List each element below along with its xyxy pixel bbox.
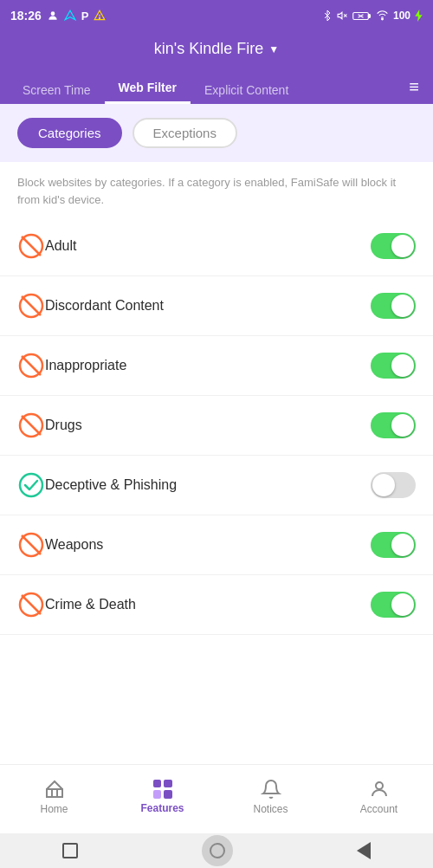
bottom-nav-account[interactable]: Account	[325, 779, 433, 820]
svg-line-18	[22, 356, 41, 375]
category-name-weapons: Weapons	[45, 537, 371, 553]
toggle-drugs[interactable]	[371, 412, 416, 438]
svg-line-25	[22, 595, 41, 614]
tab-web-filter[interactable]: Web Filter	[105, 74, 191, 104]
navigation-icon	[64, 10, 76, 22]
svg-line-16	[22, 296, 41, 315]
account-icon	[369, 779, 390, 800]
svg-marker-12	[415, 10, 422, 22]
block-icon-weapons	[17, 531, 45, 559]
toggle-crime[interactable]	[371, 592, 416, 618]
toggle-knob-drugs	[391, 414, 414, 437]
bottom-nav-account-label: Account	[360, 803, 397, 815]
header-title: kin's Kindle Fire ▼	[0, 40, 433, 58]
android-recents-button[interactable]	[62, 843, 78, 858]
category-item-crime: Crime & Death	[0, 575, 433, 635]
toggle-weapons[interactable]	[371, 532, 416, 558]
category-item-drugs: Drugs	[0, 396, 433, 456]
svg-point-27	[376, 782, 383, 789]
category-name-inappropriate: Inappropriate	[45, 358, 371, 373]
features-icon-cell-1	[153, 780, 162, 788]
android-home-button-inner	[210, 843, 225, 858]
toggle-knob-crime	[391, 593, 414, 616]
warning-icon	[94, 10, 106, 22]
tab-screen-time[interactable]: Screen Time	[9, 76, 105, 104]
toggle-inappropriate[interactable]	[371, 353, 416, 379]
bottom-nav-home[interactable]: Home	[0, 779, 108, 820]
category-item-inappropriate: Inappropriate	[0, 336, 433, 396]
bell-icon	[261, 779, 281, 800]
status-time: 18:26	[10, 9, 42, 23]
nav-tabs: Screen Time Web Filter Explicit Content …	[0, 70, 433, 104]
svg-rect-8	[368, 14, 370, 17]
android-back-button[interactable]	[357, 842, 371, 859]
check-icon-deceptive	[17, 471, 45, 499]
wifi-icon	[376, 10, 389, 22]
toggle-knob-weapons	[391, 534, 414, 556]
features-icon	[153, 780, 172, 799]
header: kin's Kindle Fire ▼ Screen Time Web Filt…	[0, 31, 433, 104]
category-name-adult: Adult	[45, 238, 371, 254]
toggle-knob-deceptive	[372, 474, 395, 496]
filter-tab-categories[interactable]: Categories	[17, 118, 122, 148]
category-item-deceptive: Deceptive & Phishing	[0, 456, 433, 515]
status-bar: 18:26 P 100	[0, 0, 433, 31]
battery-level: 100	[393, 10, 410, 22]
block-icon-drugs	[17, 411, 45, 439]
home-icon	[44, 779, 65, 800]
svg-point-11	[382, 18, 384, 20]
svg-marker-1	[65, 10, 75, 20]
tab-explicit-content[interactable]: Explicit Content	[191, 76, 302, 104]
svg-rect-26	[47, 789, 62, 797]
toggle-adult[interactable]	[371, 233, 416, 259]
person-icon	[47, 10, 59, 22]
battery-x-icon	[352, 10, 372, 22]
block-icon-crime	[17, 591, 45, 619]
category-name-crime: Crime & Death	[45, 597, 371, 612]
features-icon-cell-3	[153, 790, 162, 799]
status-icons: 100	[322, 10, 423, 22]
android-home-bar	[0, 833, 433, 868]
svg-line-14	[22, 236, 41, 256]
description-text: Block websites by categories. If a categ…	[0, 162, 433, 217]
svg-point-3	[100, 17, 100, 18]
toggle-knob-inappropriate	[391, 354, 414, 377]
filter-tabs: Categories Exceptions	[0, 104, 433, 162]
status-time-area: 18:26 P	[10, 9, 106, 23]
filter-tab-exceptions[interactable]: Exceptions	[132, 118, 237, 148]
dropdown-arrow[interactable]: ▼	[268, 43, 279, 55]
android-home-button[interactable]	[202, 835, 233, 866]
block-icon-discordant	[17, 292, 45, 320]
svg-point-0	[50, 11, 55, 16]
category-item-discordant: Discordant Content	[0, 276, 433, 336]
svg-point-21	[20, 474, 42, 496]
features-icon-cell-2	[164, 780, 172, 788]
toggle-knob-discordant	[391, 295, 414, 317]
toggle-knob-adult	[391, 235, 414, 257]
category-item-adult: Adult	[0, 217, 433, 276]
category-name-drugs: Drugs	[45, 418, 371, 433]
bottom-nav-home-label: Home	[40, 803, 68, 815]
parking-icon: P	[81, 10, 89, 23]
mute-icon	[337, 10, 348, 22]
svg-line-23	[22, 535, 41, 554]
bottom-nav: Home Features Notices Account	[0, 764, 433, 833]
svg-marker-4	[338, 12, 342, 19]
nav-menu-button[interactable]: ≡	[404, 70, 424, 104]
bottom-nav-notices[interactable]: Notices	[216, 779, 325, 820]
block-icon-inappropriate	[17, 352, 45, 379]
charging-icon	[415, 10, 423, 22]
bluetooth-icon	[322, 10, 333, 22]
block-icon-adult	[17, 232, 45, 260]
bottom-nav-features-label: Features	[140, 802, 184, 814]
toggle-deceptive[interactable]	[371, 472, 416, 498]
bottom-nav-features[interactable]: Features	[108, 780, 216, 819]
toggle-discordant[interactable]	[371, 293, 416, 319]
category-item-weapons: Weapons	[0, 515, 433, 575]
features-icon-cell-4	[164, 790, 172, 799]
category-name-discordant: Discordant Content	[45, 298, 371, 314]
svg-line-20	[22, 416, 41, 435]
category-list: Adult Discordant Content Inappropriate	[0, 217, 433, 635]
category-name-deceptive: Deceptive & Phishing	[45, 477, 371, 493]
device-name: kin's Kindle Fire	[154, 40, 263, 58]
